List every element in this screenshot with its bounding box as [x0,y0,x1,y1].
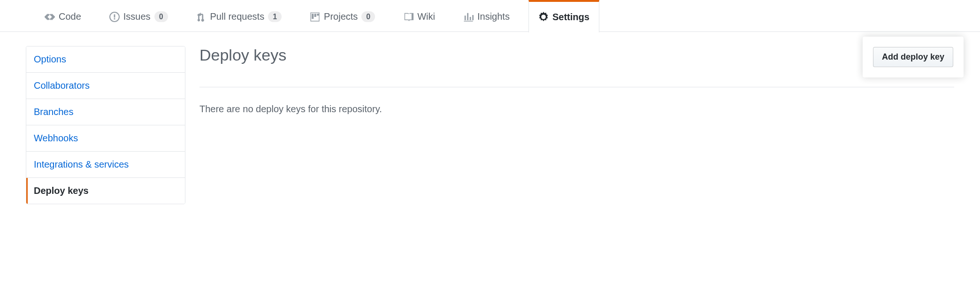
code-icon [45,12,55,22]
tab-pull-requests[interactable]: Pull requests 1 [187,0,291,32]
sidebar-item-integrations[interactable]: Integrations & services [26,152,185,178]
project-icon [310,12,320,22]
tab-projects[interactable]: Projects 0 [300,0,384,32]
sidebar-item-branches[interactable]: Branches [26,99,185,125]
book-icon [403,12,413,22]
add-deploy-key-button[interactable]: Add deploy key [873,47,953,67]
empty-state-message: There are no deploy keys for this reposi… [199,104,954,115]
add-deploy-key-highlight: Add deploy key [863,37,964,77]
tab-wiki-label: Wiki [417,11,435,22]
sidebar-item-label: Deploy keys [34,185,89,196]
sidebar-item-label: Branches [34,107,74,117]
settings-sidebar: Options Collaborators Branches Webhooks … [26,46,185,204]
sidebar-item-deploy-keys: Deploy keys [26,178,185,204]
sidebar-item-label: Integrations & services [34,159,129,169]
repo-nav: Code Issues 0 Pull requests 1 Projects 0… [0,0,980,32]
projects-counter: 0 [361,11,375,22]
graph-icon [463,12,474,22]
gear-icon [538,12,549,22]
sidebar-item-label: Collaborators [34,80,90,91]
tab-settings-label: Settings [552,12,590,23]
issue-opened-icon [109,12,120,22]
sidebar-item-label: Webhooks [34,133,78,143]
issues-counter: 0 [154,11,168,22]
tab-pulls-label: Pull requests [210,11,265,22]
sidebar-item-collaborators[interactable]: Collaborators [26,73,185,99]
tab-code[interactable]: Code [35,0,91,32]
sidebar-item-webhooks[interactable]: Webhooks [26,125,185,152]
main-content: Deploy keys Add deploy key There are no … [199,46,954,204]
tab-insights[interactable]: Insights [454,0,519,32]
tab-wiki[interactable]: Wiki [394,0,444,32]
tab-insights-label: Insights [477,11,510,22]
tab-projects-label: Projects [324,11,358,22]
tab-issues[interactable]: Issues 0 [100,0,177,32]
tab-issues-label: Issues [123,11,151,22]
page-title: Deploy keys [199,46,286,64]
sidebar-item-label: Options [34,54,66,64]
tab-settings[interactable]: Settings [528,0,599,32]
sidebar-item-options[interactable]: Options [26,46,185,73]
main-header: Deploy keys Add deploy key [199,46,954,87]
git-pull-request-icon [196,12,207,22]
pulls-counter: 1 [268,11,282,22]
tab-code-label: Code [59,11,81,22]
settings-layout: Options Collaborators Branches Webhooks … [0,32,980,204]
